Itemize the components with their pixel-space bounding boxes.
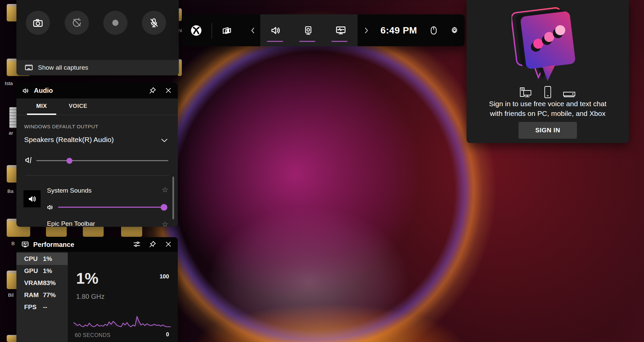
speaker-icon bbox=[270, 25, 281, 36]
close-icon bbox=[165, 241, 172, 248]
performance-widget-active-indicator bbox=[331, 41, 347, 42]
divider bbox=[16, 115, 178, 115]
performance-monitor-icon bbox=[335, 25, 346, 36]
audio-panel-title: Audio bbox=[34, 87, 53, 94]
captures-gallery-icon bbox=[24, 63, 33, 72]
desktop-icon-label[interactable]: B bbox=[11, 241, 15, 246]
app-volume-thumb[interactable] bbox=[161, 204, 167, 211]
favorite-star-icon[interactable]: ☆ bbox=[162, 186, 168, 194]
app-name: System Sounds bbox=[47, 187, 92, 194]
game-bar-toolbar: 6:49 PM bbox=[182, 14, 465, 46]
desktop-icon-label[interactable]: ar bbox=[9, 130, 13, 136]
output-device-dropdown[interactable]: Speakers (Realtek(R) Audio) bbox=[24, 136, 114, 144]
audio-panel-header[interactable]: Audio bbox=[16, 83, 178, 98]
metric-row-fps[interactable]: FPS -- bbox=[16, 301, 68, 313]
camera-icon bbox=[32, 17, 44, 28]
master-volume-slider[interactable] bbox=[36, 160, 168, 161]
scrollbar[interactable] bbox=[172, 177, 174, 219]
time-label: 6:49 PM bbox=[380, 25, 417, 36]
clock: 6:49 PM bbox=[379, 14, 419, 46]
phone-icon bbox=[543, 86, 552, 98]
xbox-home-button[interactable] bbox=[191, 14, 202, 46]
speaker-small-icon bbox=[46, 203, 54, 211]
close-icon bbox=[165, 87, 172, 94]
settings-button[interactable] bbox=[449, 14, 460, 46]
record-dot-icon bbox=[110, 17, 121, 28]
divider bbox=[25, 175, 169, 176]
performance-monitor-icon bbox=[21, 241, 29, 249]
mute-speaker-icon[interactable] bbox=[24, 155, 33, 165]
scroll-widgets-right-button[interactable] bbox=[362, 14, 371, 46]
pin-widget-button[interactable] bbox=[147, 238, 158, 250]
chevron-right-icon bbox=[363, 27, 370, 34]
scroll-widgets-left-button[interactable] bbox=[248, 14, 258, 46]
take-screenshot-button[interactable] bbox=[26, 11, 50, 35]
pin-widget-button[interactable] bbox=[147, 85, 158, 96]
xbox-console-icon bbox=[562, 91, 576, 98]
metric-big-value: 1% bbox=[76, 269, 98, 287]
app-volume-slider[interactable] bbox=[58, 207, 164, 208]
performance-widget-panel: Performance bbox=[16, 237, 178, 342]
chart-y-max: 100 bbox=[160, 273, 169, 280]
speaker-icon bbox=[22, 87, 30, 95]
output-section-label: WINDOWS DEFAULT OUTPUT bbox=[24, 124, 98, 129]
cpu-usage-sparkline bbox=[73, 313, 171, 328]
widget-menu-button[interactable] bbox=[221, 14, 232, 46]
chevron-left-icon bbox=[249, 27, 257, 34]
start-recording-button[interactable] bbox=[103, 11, 127, 35]
desktop-icon-label[interactable]: Bil bbox=[8, 292, 14, 298]
pin-icon bbox=[149, 86, 157, 94]
performance-options-button[interactable] bbox=[131, 238, 143, 250]
app-name: Epic Pen Toolbar bbox=[47, 220, 95, 227]
pc-icon bbox=[519, 87, 533, 98]
capture-monitor-icon bbox=[303, 25, 314, 36]
widgets-icon bbox=[221, 25, 232, 36]
gear-icon bbox=[450, 26, 459, 35]
metric-detail-area: 1% 100 1.80 GHz 60 SECONDS 0 bbox=[68, 252, 178, 342]
sign-in-message-line2: with friends on PC, mobile, and Xbox bbox=[467, 110, 629, 118]
audio-widget-panel: Audio MIX VOICE WINDOWS DEFAULT OUTPUT S… bbox=[16, 83, 178, 227]
sign-in-button[interactable]: SIGN IN bbox=[519, 122, 577, 139]
capture-widget-panel: Show all captures bbox=[16, 0, 179, 75]
metric-row-ram[interactable]: RAM 77% bbox=[16, 289, 68, 301]
mic-off-icon bbox=[148, 17, 160, 28]
xbox-logo-icon bbox=[191, 25, 202, 36]
mouse-icon bbox=[430, 26, 438, 35]
sliders-icon bbox=[132, 240, 141, 249]
performance-panel-header[interactable]: Performance bbox=[16, 237, 178, 252]
close-widget-button[interactable] bbox=[163, 85, 174, 96]
chat-bubble-illustration bbox=[512, 4, 584, 85]
system-sounds-thumbnail bbox=[23, 190, 41, 207]
tab-mix[interactable]: MIX bbox=[36, 103, 47, 110]
tab-voice[interactable]: VOICE bbox=[69, 103, 87, 110]
device-icons-row bbox=[467, 86, 629, 98]
record-last-icon bbox=[71, 17, 83, 28]
metrics-sidebar: CPU 1% GPU 1% VRAM 83% RAM 77% FPS -- bbox=[16, 252, 68, 342]
mouse-mode-button[interactable] bbox=[429, 14, 438, 46]
sign-in-message-line1: Sign in to use free voice and text chat bbox=[467, 100, 629, 108]
chart-x-label: 60 SECONDS bbox=[75, 332, 110, 338]
show-all-captures-button[interactable]: Show all captures bbox=[16, 60, 179, 75]
metric-row-vram[interactable]: VRAM 83% bbox=[16, 277, 68, 289]
close-widget-button[interactable] bbox=[163, 238, 174, 250]
show-all-captures-label: Show all captures bbox=[38, 64, 88, 71]
audio-widget-active-indicator bbox=[267, 41, 283, 42]
metric-row-gpu[interactable]: GPU 1% bbox=[16, 265, 68, 277]
microphone-toggle-button[interactable] bbox=[142, 11, 166, 35]
master-volume-thumb[interactable] bbox=[66, 158, 72, 164]
record-last-button[interactable] bbox=[65, 11, 89, 35]
chevron-down-icon[interactable] bbox=[160, 136, 168, 144]
favorite-star-icon[interactable]: ☆ bbox=[162, 220, 168, 227]
toolbar-divider bbox=[212, 23, 212, 39]
chart-y-min: 0 bbox=[166, 332, 169, 338]
pin-icon bbox=[149, 240, 157, 248]
performance-panel-title: Performance bbox=[33, 241, 74, 249]
desktop-icon-label[interactable]: Ista bbox=[5, 80, 13, 86]
metric-row-cpu[interactable]: CPU 1% bbox=[16, 253, 68, 265]
metric-sub-value: 1.80 GHz bbox=[76, 293, 104, 300]
desktop-icon-label[interactable]: Ba bbox=[7, 188, 13, 194]
capture-widget-active-indicator bbox=[299, 41, 315, 42]
xbox-chat-panel: Sign in to use free voice and text chat … bbox=[467, 0, 629, 143]
